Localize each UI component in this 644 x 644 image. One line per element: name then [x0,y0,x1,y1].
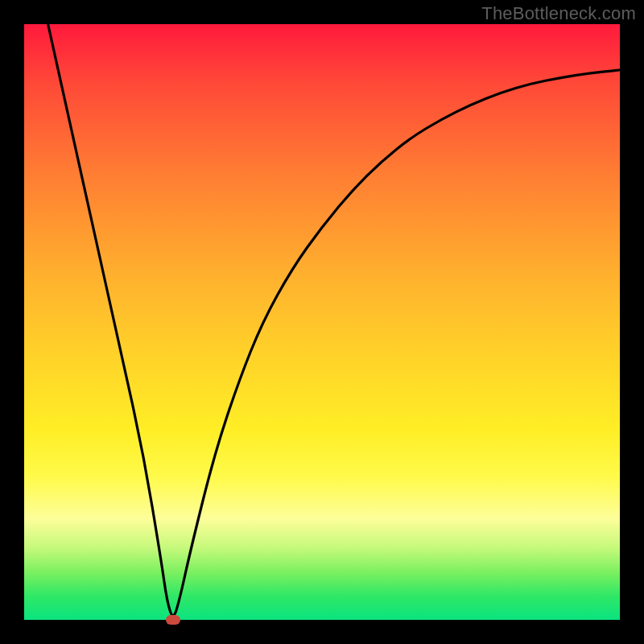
plot-area [24,24,620,620]
chart-frame: TheBottleneck.com [0,0,644,644]
watermark-text: TheBottleneck.com [481,3,636,24]
curve-svg [24,24,620,620]
bottleneck-curve [48,24,620,615]
minimum-marker [166,615,180,625]
